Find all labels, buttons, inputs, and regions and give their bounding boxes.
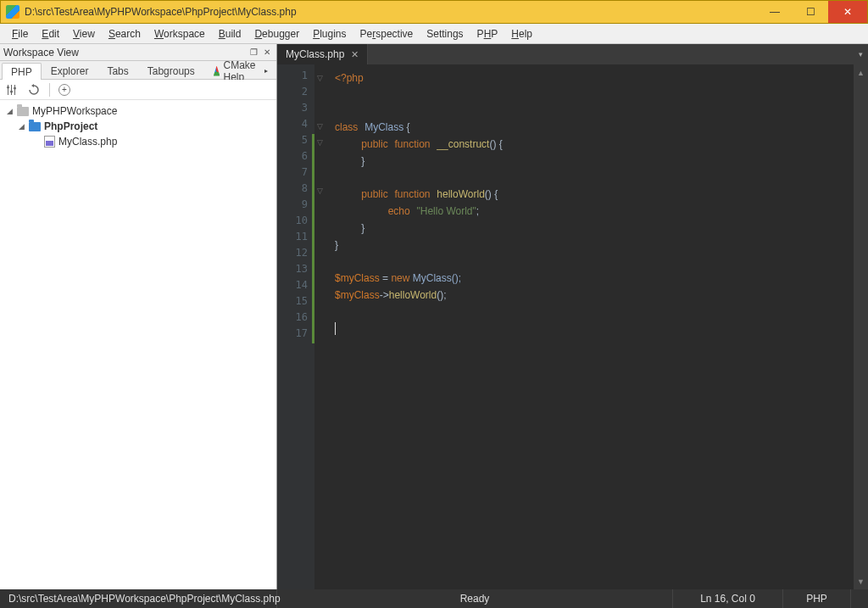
- fold-icon[interactable]: ▽: [314, 134, 325, 150]
- panel-tabs: PHP Explorer Tabs Tabgroups CMake Help▸: [0, 61, 276, 80]
- cmake-icon: [214, 66, 220, 76]
- vertical-scrollbar[interactable]: ▲ ▼: [854, 64, 868, 589]
- close-button[interactable]: ✕: [828, 1, 867, 23]
- minimize-button[interactable]: ―: [757, 1, 793, 23]
- code-editor[interactable]: <?php class MyClass { public function __…: [314, 64, 854, 589]
- status-bar: D:\src\TestArea\MyPHPWorkspace\PhpProjec…: [0, 589, 868, 608]
- panel-title: Workspace View: [3, 47, 79, 59]
- tree-label: MyClass.php: [58, 136, 117, 148]
- menu-file[interactable]: File: [5, 25, 35, 42]
- close-tab-icon[interactable]: ✕: [351, 49, 359, 60]
- status-language: PHP: [783, 589, 851, 608]
- panel-detach-icon[interactable]: ❐: [248, 47, 259, 59]
- menu-help[interactable]: Help: [504, 25, 539, 42]
- scroll-up-icon[interactable]: ▲: [854, 66, 867, 79]
- text-cursor: [335, 322, 336, 335]
- fold-icon[interactable]: ▽: [314, 70, 325, 86]
- tree-workspace-root[interactable]: ◢ MyPHPWorkspace: [0, 103, 276, 119]
- tree-label: MyPHPWorkspace: [32, 105, 117, 117]
- menu-debugger[interactable]: Debugger: [248, 25, 306, 42]
- editor-tab[interactable]: MyClass.php ✕: [277, 44, 368, 64]
- tree-file[interactable]: MyClass.php: [0, 134, 276, 149]
- menu-search[interactable]: Search: [102, 25, 147, 42]
- svg-rect-1: [11, 85, 12, 95]
- menu-view[interactable]: View: [66, 25, 102, 42]
- settings-icon[interactable]: [5, 83, 19, 97]
- svg-point-5: [14, 86, 16, 89]
- menu-edit[interactable]: Edit: [35, 25, 66, 42]
- status-cursor-position: Ln 16, Col 0: [673, 589, 783, 608]
- svg-rect-2: [14, 85, 15, 95]
- collapse-icon[interactable]: ◢: [5, 107, 14, 115]
- line-number-gutter: 1234 5678 9101112 13141516 17: [277, 64, 314, 589]
- add-button[interactable]: +: [58, 84, 70, 96]
- svg-point-4: [10, 90, 13, 92]
- fold-column: ▽ ▽ ▽ ▽: [314, 70, 325, 343]
- panel-close-icon[interactable]: ✕: [261, 47, 273, 59]
- tab-tabs[interactable]: Tabs: [97, 62, 137, 79]
- tab-tabgroups[interactable]: Tabgroups: [138, 62, 204, 79]
- menu-plugins[interactable]: Plugins: [306, 25, 353, 42]
- tab-cmake-help[interactable]: CMake Help▸: [204, 62, 277, 79]
- maximize-button[interactable]: ☐: [793, 1, 828, 23]
- menu-build[interactable]: Build: [212, 25, 248, 42]
- fold-icon[interactable]: ▽: [314, 118, 325, 134]
- menu-php[interactable]: PHP: [470, 25, 505, 42]
- chevron-right-icon: ▸: [264, 67, 268, 75]
- workspace-tree: ◢ MyPHPWorkspace ◢ PhpProject MyClass.ph…: [0, 100, 276, 589]
- fold-icon[interactable]: ▽: [314, 182, 325, 198]
- toolbar-separator: [49, 83, 50, 97]
- app-icon: [6, 5, 19, 19]
- status-path: D:\src\TestArea\MyPHPWorkspace\PhpProjec…: [0, 589, 277, 608]
- folder-icon: [29, 122, 41, 131]
- scroll-down-icon[interactable]: ▼: [854, 575, 867, 588]
- tab-explorer[interactable]: Explorer: [42, 62, 98, 79]
- tree-project[interactable]: ◢ PhpProject: [0, 119, 276, 134]
- window-title: D:\src\TestArea\MyPHPWorkspace\PhpProjec…: [25, 6, 297, 18]
- menu-settings[interactable]: Settings: [420, 25, 470, 42]
- collapse-icon[interactable]: ◢: [17, 122, 25, 131]
- menu-perspective[interactable]: Perspective: [353, 25, 420, 42]
- status-state: Ready: [277, 589, 673, 608]
- svg-point-3: [7, 86, 9, 88]
- tree-label: PhpProject: [44, 120, 97, 132]
- panel-toolbar: +: [0, 80, 276, 100]
- title-bar: D:\src\TestArea\MyPHPWorkspace\PhpProjec…: [0, 0, 868, 24]
- tab-php[interactable]: PHP: [2, 63, 42, 80]
- tab-overflow-icon[interactable]: ▾: [853, 44, 868, 64]
- menu-bar: File Edit View Search Workspace Build De…: [0, 24, 868, 44]
- editor-tab-label: MyClass.php: [286, 48, 344, 60]
- editor-tab-bar: MyClass.php ✕ ▾: [277, 44, 868, 64]
- refresh-icon[interactable]: [27, 83, 41, 97]
- menu-workspace[interactable]: Workspace: [147, 25, 212, 42]
- php-file-icon: [44, 136, 55, 148]
- workspace-icon: [17, 107, 29, 116]
